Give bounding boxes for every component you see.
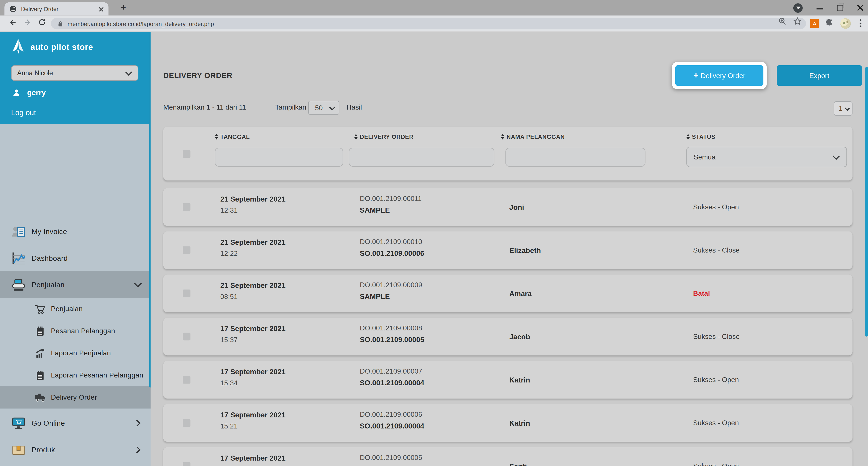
browser-tab[interactable]: Delivery Order: [4, 2, 108, 15]
store-user-select[interactable]: Anna Nicole: [11, 65, 138, 81]
row-checkbox[interactable]: [183, 333, 190, 341]
sidebar-scrollbar[interactable]: [149, 33, 151, 387]
sidebar-item-delivery-order[interactable]: Delivery Order: [0, 386, 151, 408]
row-do-reference: SO.001.2109.00005: [360, 335, 424, 344]
window-close-button[interactable]: [857, 4, 864, 11]
page-size-select[interactable]: 50: [308, 101, 339, 115]
reload-icon[interactable]: [38, 18, 46, 26]
row-do-reference: SAMPLE: [360, 292, 422, 301]
new-tab-button[interactable]: +: [119, 3, 128, 13]
dashboard-chart-icon: [11, 251, 26, 266]
sidebar-item-laporan-penjualan[interactable]: Laporan Penjualan: [0, 342, 151, 364]
sidebar-item-my-invoice[interactable]: My Invoice: [0, 218, 151, 245]
row-date: 17 September 2021: [220, 454, 286, 462]
row-date: 17 September 2021: [220, 411, 286, 419]
delivery-order-list: 21 September 2021 12:31 DO.001.2109.0001…: [163, 188, 852, 466]
row-checkbox[interactable]: [183, 462, 190, 466]
sidebar-item-laporan-pesanan-pelanggan[interactable]: Laporan Pesanan Pelanggan: [0, 364, 151, 386]
row-customer: Santi: [509, 447, 527, 466]
row-checkbox[interactable]: [183, 203, 190, 211]
row-checkbox[interactable]: [183, 376, 190, 384]
row-status: Batal: [693, 275, 710, 312]
filter-input-nama-pelanggan[interactable]: [505, 148, 646, 166]
row-customer: Katrin: [509, 404, 530, 442]
sidebar-item-go-online[interactable]: Go Online: [0, 410, 151, 436]
chevron-down-icon: [125, 69, 132, 76]
sidebar-item-penjualan-parent[interactable]: Penjualan: [0, 271, 151, 298]
notepad-icon: [34, 325, 46, 337]
row-status: Sukses - Open: [693, 404, 739, 442]
column-header-delivery-order[interactable]: DELIVERY ORDER: [354, 133, 413, 140]
add-delivery-order-highlight: + Delivery Order: [672, 62, 767, 89]
brand-text: auto pilot store: [30, 42, 93, 51]
online-store-monitor-icon: [11, 415, 26, 430]
table-row[interactable]: 21 September 2021 12:22 DO.001.2109.0001…: [163, 231, 852, 269]
cart-icon: [34, 303, 46, 315]
browser-tabbar: Delivery Order +: [0, 0, 868, 15]
add-delivery-order-button[interactable]: + Delivery Order: [675, 65, 764, 86]
row-time: 12:22: [220, 250, 286, 257]
page-scrollbar[interactable]: [865, 67, 868, 337]
row-status: Sukses - Open: [693, 447, 739, 466]
row-time: 08:51: [220, 293, 286, 301]
browser-toolbar: member.autopilotstore.co.id/laporan_deli…: [0, 15, 868, 31]
plus-icon: +: [693, 70, 699, 80]
row-checkbox[interactable]: [183, 290, 190, 298]
row-do-number: DO.001.2109.00008: [360, 324, 424, 332]
table-row[interactable]: 17 September 2021 15:21 DO.001.2109.0000…: [163, 404, 852, 442]
column-header-status[interactable]: STATUS: [686, 133, 715, 140]
row-do-number: DO.001.2109.00009: [360, 281, 422, 289]
status-filter-select[interactable]: Semua: [686, 147, 847, 167]
page-number-select[interactable]: 1: [834, 101, 852, 116]
table-row[interactable]: 21 September 2021 08:51 DO.001.2109.0000…: [163, 275, 852, 312]
sidebar-menu: My Invoice Dashboard Penjualan: [0, 124, 151, 466]
notepad-icon: [34, 369, 46, 381]
app-page: auto pilot store Anna Nicole gerry Log o…: [0, 31, 868, 466]
window-restore-button[interactable]: [837, 5, 843, 11]
select-all-checkbox[interactable]: [183, 150, 190, 158]
window-menu-icon[interactable]: [794, 3, 803, 12]
filter-input-tanggal[interactable]: [215, 148, 343, 166]
brand: auto pilot store: [11, 38, 93, 55]
sidebar-item-dashboard[interactable]: Dashboard: [0, 245, 151, 271]
extensions-puzzle-icon[interactable]: [825, 18, 834, 27]
sort-icon: [686, 134, 690, 139]
zoom-icon[interactable]: [778, 17, 787, 25]
row-checkbox[interactable]: [183, 419, 190, 427]
table-row[interactable]: 17 September 2021 DO.001.2109.00005 Sant…: [163, 447, 852, 466]
store-extension-icon[interactable]: A: [810, 19, 819, 28]
row-checkbox[interactable]: [183, 246, 190, 254]
column-header-tanggal[interactable]: TANGGAL: [215, 133, 250, 140]
profile-avatar[interactable]: [840, 18, 850, 29]
window-minimize-button[interactable]: [816, 8, 823, 9]
row-time: 15:34: [220, 379, 286, 387]
pagination-info: Menampilkan 1 - 11 dari 11: [163, 103, 246, 111]
chevron-right-icon: [133, 420, 141, 426]
chevron-down-icon: [833, 153, 840, 159]
table-row[interactable]: 17 September 2021 15:34 DO.001.2109.0000…: [163, 361, 852, 399]
logout-link[interactable]: Log out: [11, 108, 36, 117]
tab-close-icon[interactable]: [98, 6, 103, 11]
product-box-icon: [11, 442, 26, 457]
forward-icon[interactable]: [24, 18, 32, 27]
row-do-number: DO.001.2109.00010: [360, 238, 424, 246]
show-label: Tampilkan: [275, 103, 306, 111]
logged-in-user: gerry: [12, 89, 46, 97]
sidebar-item-pesanan-pelanggan[interactable]: Pesanan Pelanggan: [0, 320, 151, 342]
browser-menu-icon[interactable]: [860, 19, 862, 28]
sidebar-item-penjualan[interactable]: Penjualan: [0, 298, 151, 320]
sort-icon: [501, 134, 504, 139]
chevron-right-icon: [133, 446, 141, 453]
column-header-nama-pelanggan[interactable]: NAMA PELANGGAN: [501, 133, 565, 140]
sidebar-item-produk[interactable]: Produk: [0, 436, 151, 463]
row-time: 12:31: [220, 207, 286, 214]
export-button[interactable]: Export: [777, 65, 862, 86]
bookmark-star-icon[interactable]: [794, 17, 802, 25]
back-icon[interactable]: [8, 18, 17, 27]
table-row[interactable]: 21 September 2021 12:31 DO.001.2109.0001…: [163, 188, 852, 226]
sort-icon: [354, 134, 358, 139]
table-row[interactable]: 17 September 2021 15:37 DO.001.2109.0000…: [163, 318, 852, 355]
sidebar-item-manajemen-promo[interactable]: Manajemen Promo: [0, 463, 151, 466]
address-bar[interactable]: member.autopilotstore.co.id/laporan_deli…: [51, 18, 806, 30]
filter-input-delivery-order[interactable]: [349, 148, 494, 166]
